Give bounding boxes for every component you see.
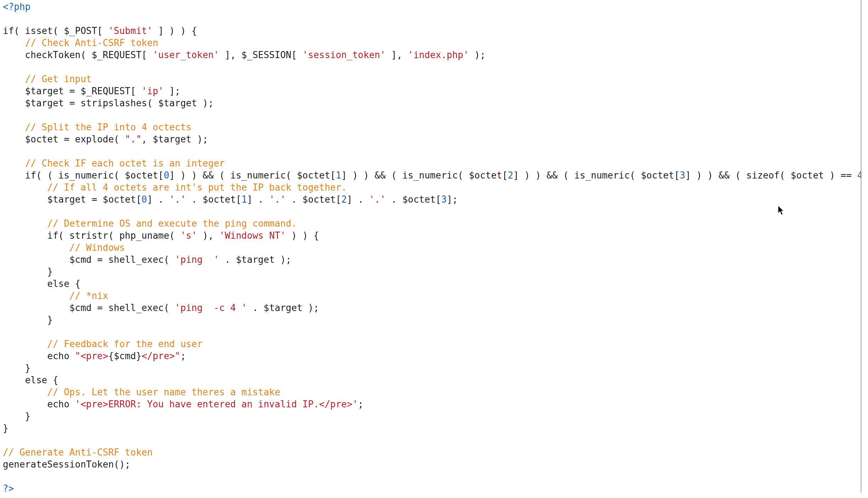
number-literal: 3 xyxy=(680,170,685,181)
code-text: else { xyxy=(3,375,58,385)
comment: // Get input xyxy=(25,74,92,84)
code-text: . $target ); xyxy=(219,254,292,265)
code-text: } xyxy=(3,411,30,421)
code-text: ] ) ) && ( is_numeric( $octet[ xyxy=(169,170,336,181)
comment: // Feedback for the end user xyxy=(47,339,202,349)
code-text: ]; xyxy=(164,86,180,96)
number-literal: 1 xyxy=(336,170,341,181)
number-literal: 3 xyxy=(441,194,447,205)
code-text: {$cmd} xyxy=(108,351,141,361)
code-text: generateSessionToken(); xyxy=(3,459,130,470)
string-literal: 'session_token' xyxy=(302,50,386,60)
string-literal: ERROR: You have entered an invalid IP. xyxy=(108,399,319,409)
code-text: $target = $octet[ xyxy=(3,194,141,205)
string-literal: '.' xyxy=(169,194,186,205)
code-text: ] . xyxy=(247,194,269,205)
code-text: ] ) ) && ( is_numeric( $octet[ xyxy=(513,170,680,181)
string-literal: 'ip' xyxy=(141,86,164,96)
string-literal: 'ping ' xyxy=(175,254,219,265)
comment: // Check Anti-CSRF token xyxy=(25,38,158,48)
code-text: checkToken( $_REQUEST[ xyxy=(3,50,153,60)
string-literal: '.' xyxy=(269,194,286,205)
code-text: . $octet[ xyxy=(386,194,441,205)
string-literal: "." xyxy=(125,134,141,145)
string-literal: 'Windows NT' xyxy=(219,230,286,241)
code-text: ) ) { xyxy=(286,230,319,241)
php-source-code: <?php if( isset( $_POST[ 'Submit' ] ) ) … xyxy=(0,0,861,492)
string-literal: 'user_token' xyxy=(153,50,219,60)
string-literal: 'ping -c 4 ' xyxy=(175,302,247,313)
comment: // Windows xyxy=(69,242,125,253)
comment: // Split the IP into 4 octects xyxy=(25,122,192,132)
code-text: ]; xyxy=(447,194,458,205)
code-text: } xyxy=(3,315,53,325)
comment: // If all 4 octets are int's put the IP … xyxy=(47,182,347,193)
code-text: , $target ); xyxy=(141,134,208,145)
string-literal: </pre>" xyxy=(141,351,180,361)
code-text: $target = $_REQUEST[ xyxy=(3,86,141,96)
string-literal: "<pre> xyxy=(75,351,108,361)
comment: // *nix xyxy=(69,290,108,301)
number-literal: 0 xyxy=(164,170,169,181)
code-text: . $octet[ xyxy=(186,194,242,205)
php-open-tag: <?php xyxy=(3,1,30,12)
string-literal: 'index.php' xyxy=(408,50,469,60)
code-text: $cmd = shell_exec( xyxy=(3,254,175,265)
string-literal: '.' xyxy=(369,194,386,205)
string-literal: 's' xyxy=(180,230,197,241)
code-text: if( stristr( php_uname( xyxy=(3,230,180,241)
code-text: $cmd = shell_exec( xyxy=(3,302,175,313)
code-text: ] . xyxy=(147,194,169,205)
number-literal: 2 xyxy=(341,194,347,205)
code-text: ); xyxy=(469,50,486,60)
code-text: ; xyxy=(358,399,364,409)
number-literal: 4 xyxy=(857,170,861,181)
string-literal: </pre>' xyxy=(319,399,358,409)
number-literal: 2 xyxy=(508,170,513,181)
php-close-tag: ?> xyxy=(3,483,14,492)
code-text: if( isset( $_POST[ xyxy=(3,26,108,36)
comment: // Determine OS and execute the ping com… xyxy=(47,218,297,229)
code-text: ; xyxy=(180,351,186,361)
code-text: ], xyxy=(386,50,408,60)
string-literal: 'Submit' xyxy=(108,26,152,36)
code-text: else { xyxy=(3,278,80,289)
comment: // Ops. Let the user name theres a mista… xyxy=(47,387,280,397)
comment: // Check IF each octet is an integer xyxy=(25,158,225,169)
code-text: $target = stripslashes( $target ); xyxy=(3,98,214,108)
number-literal: 0 xyxy=(141,194,147,205)
code-text: ] . xyxy=(347,194,369,205)
code-text: echo xyxy=(3,399,75,409)
number-literal: 1 xyxy=(241,194,247,205)
code-text: } xyxy=(3,363,30,373)
code-text: ] ) ) { xyxy=(153,26,197,36)
code-text: $octet = explode( xyxy=(3,134,125,145)
code-text: ] ) ) && ( sizeof( $octet ) == xyxy=(685,170,857,181)
code-text: ), xyxy=(197,230,219,241)
mouse-cursor-icon xyxy=(778,205,786,217)
code-text: . $target ); xyxy=(247,302,319,313)
code-text: ], $_SESSION[ xyxy=(219,50,302,60)
code-text: if( ( is_numeric( $octet[ xyxy=(3,170,164,181)
comment: // Generate Anti-CSRF token xyxy=(3,447,153,458)
code-text: echo xyxy=(3,351,75,361)
string-literal: '<pre> xyxy=(75,399,108,409)
code-text: ] ) ) && ( is_numeric( $octet[ xyxy=(341,170,508,181)
code-text: . $octet[ xyxy=(286,194,341,205)
code-text: } xyxy=(3,423,9,434)
code-text: } xyxy=(3,266,53,277)
